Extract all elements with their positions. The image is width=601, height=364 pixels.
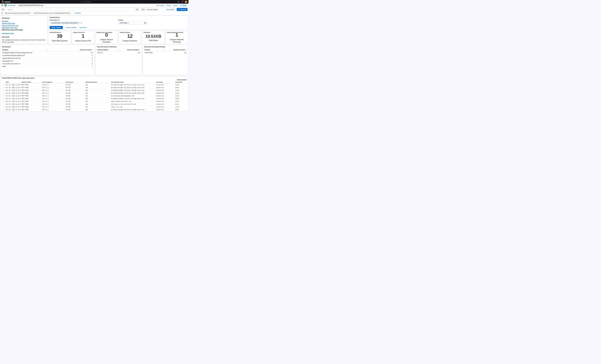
table-cell: udp	[85, 86, 110, 89]
chevron-down-icon: ▾	[92, 49, 93, 50]
table-cell: 10.0.2.4	[41, 92, 65, 95]
menu-icon[interactable]	[1, 4, 3, 7]
subscription-id-label: Subscription ID	[50, 19, 118, 21]
clear-form-button[interactable]: Clear form	[80, 27, 86, 28]
column-header-count[interactable]: Count of records▾	[165, 48, 187, 51]
close-icon[interactable]: ×	[78, 22, 79, 24]
metric-value: 0	[105, 32, 108, 38]
nav-link-network-nat-rule-logs[interactable]: Network NAT Rule Logs	[2, 25, 46, 26]
filter-pill-operation[interactable]: azure.firewall.operation_name: AzureFire…	[33, 12, 72, 14]
clear-icon[interactable]: ×	[81, 22, 81, 24]
table-row: ›Jun 23, 2022 @ 12:46:41.795TEST-FW0110.…	[2, 86, 187, 89]
global-search-input[interactable]	[83, 1, 108, 2]
full-screen-button[interactable]: Full screen	[157, 4, 164, 6]
global-search[interactable]	[80, 0, 109, 3]
sort-desc-icon: ↓	[9, 82, 10, 83]
show-dates-button[interactable]: Show dates	[165, 9, 176, 10]
add-filter-button[interactable]: + Add filter	[74, 12, 81, 14]
table-cell: 54,763	[65, 95, 85, 97]
expand-row-icon[interactable]: ›	[3, 95, 4, 97]
firewall-combobox[interactable]: TEST-FW01 × × ▾	[118, 21, 148, 25]
column-header-source-port[interactable]: source.port	[65, 81, 85, 83]
close-icon[interactable]: ×	[30, 12, 31, 14]
clone-button[interactable]: Clone	[173, 4, 177, 6]
expand-row-icon[interactable]: ›	[3, 106, 4, 108]
table-cell: 2	[48, 62, 93, 65]
time-range-value[interactable]: Last 15 minutes	[146, 9, 159, 10]
table-cell: 4	[48, 57, 93, 60]
notifications-bell-icon[interactable]	[181, 1, 183, 3]
column-header-event-kind[interactable]: event.kind	[175, 81, 187, 83]
table-cell: wpad.reddog.microsoft.com	[2, 57, 48, 60]
column-header-dns-question-name[interactable]: dns.question.name	[110, 81, 155, 83]
expand-row-icon[interactable]: ›	[3, 109, 4, 110]
chevron-down-icon: ▾	[144, 9, 145, 10]
table-cell: wpad.reddog.microsoft.com	[110, 100, 155, 103]
subscription-id-pill[interactable]: 23103928-B2CF-472A-8CDB-0146E2849129 ×	[50, 22, 80, 24]
user-avatar[interactable]	[185, 1, 187, 3]
cancel-changes-button[interactable]: Cancel changes	[66, 27, 77, 28]
table-cell: connection	[155, 95, 175, 97]
table-cell: 54,763	[65, 108, 85, 111]
brand[interactable]: elastic	[1, 0, 10, 3]
expand-row-icon[interactable]: ›	[3, 89, 4, 91]
edit-button[interactable]: Edit	[180, 4, 187, 7]
expand-row-icon[interactable]: ›	[3, 100, 4, 102]
table-row: ›Jun 23, 2022 @ 12:45:11.515TEST-FW0110.…	[2, 92, 187, 95]
save-query-button[interactable]: ▾	[1, 8, 6, 11]
filter-icon[interactable]	[1, 12, 3, 14]
column-header-count[interactable]: Count of records▾	[119, 48, 140, 51]
table-cell: udp	[85, 100, 110, 103]
clear-icon[interactable]: ×	[144, 22, 146, 24]
expand-cell: ›	[2, 100, 5, 103]
query-search-input[interactable]	[8, 9, 135, 10]
table-row: TEST-FW0139	[144, 51, 187, 54]
kql-language-button[interactable]: KQL	[136, 9, 139, 10]
refresh-button[interactable]: Refresh	[177, 8, 188, 11]
expand-row-icon[interactable]: ›	[3, 98, 4, 99]
filter-pill-dataset[interactable]: data_stream.dataset: azure.firewall_logs…	[4, 12, 32, 14]
close-icon[interactable]: ×	[128, 22, 128, 24]
table-cell: 39	[165, 51, 187, 54]
calendar-button[interactable]: ▾	[141, 8, 146, 11]
chevron-down-icon[interactable]: ▾	[146, 22, 147, 24]
subscription-id-combobox[interactable]: 23103928-B2CF-472A-8CDB-0146E2849129 × ×…	[50, 21, 79, 25]
nav-link-overview[interactable]: Overview	[2, 20, 46, 22]
table-cell: 54,763	[65, 92, 85, 95]
nav-link-integrations-page[interactable]: Integrations Page	[2, 32, 46, 34]
nav-link-network-rule-logs[interactable]: Network Rule Logs	[2, 22, 46, 24]
table-cell: Other	[2, 65, 48, 68]
close-icon[interactable]: ×	[70, 12, 71, 14]
column-header-source-address[interactable]: Source Address▾	[97, 48, 119, 51]
firewall-pill[interactable]: TEST-FW01 ×	[119, 22, 129, 24]
column-header-network-transport[interactable]: network.transport	[85, 81, 110, 83]
table-cell: 7	[48, 65, 93, 68]
column-header-source-address[interactable]: source.address	[41, 81, 65, 83]
expand-row-icon[interactable]: ›	[3, 86, 4, 88]
query-input-container: KQL	[7, 8, 140, 11]
column-header-observer-name[interactable]: observer.name	[21, 81, 41, 83]
nav-link-application-rule-logs[interactable]: Application Rule Logs)	[2, 27, 46, 29]
column-header-domains[interactable]: Domains▾	[2, 48, 48, 51]
column-header-count[interactable]: Count of records▾	[48, 48, 93, 51]
table-cell: Jun 23, 2022 @ 12:44:11.360	[5, 97, 21, 100]
table-cell: 54,763	[65, 100, 85, 103]
chevron-down-icon[interactable]: ▾	[45, 5, 45, 6]
breadcrumb-dashboard[interactable]: Dashboard	[8, 4, 15, 6]
table-cell: md-qp4jv5snxgk5.z13.blob.storage.azure.n…	[110, 86, 155, 89]
column-header-firewall[interactable]: Firewall▾	[144, 48, 165, 51]
nav-link-dns-proxy-logs-this-page[interactable]: DNS Proxy Logs (This Page)	[2, 29, 46, 31]
column-header-time[interactable]: Time↓	[5, 81, 21, 83]
help-icon[interactable]: ?	[178, 1, 180, 3]
notification-dot	[183, 0, 183, 1]
chevron-down-icon[interactable]: ▾	[82, 22, 83, 24]
share-button[interactable]: Share	[167, 4, 171, 6]
column-header-event-type[interactable]: event.type	[155, 81, 175, 83]
top-source-addresses-table: Source Address▾ Count of records▾ 10.0.2…	[97, 48, 140, 54]
firewall-label: Firewall	[118, 19, 187, 21]
metric-total-bytes: Total Bytes 10.51KB Total Bytes	[142, 31, 165, 44]
expand-row-icon[interactable]: ›	[3, 84, 4, 86]
expand-row-icon[interactable]: ›	[3, 92, 4, 94]
apply-changes-button[interactable]: Apply changes	[50, 26, 63, 29]
expand-row-icon[interactable]: ›	[3, 103, 4, 105]
